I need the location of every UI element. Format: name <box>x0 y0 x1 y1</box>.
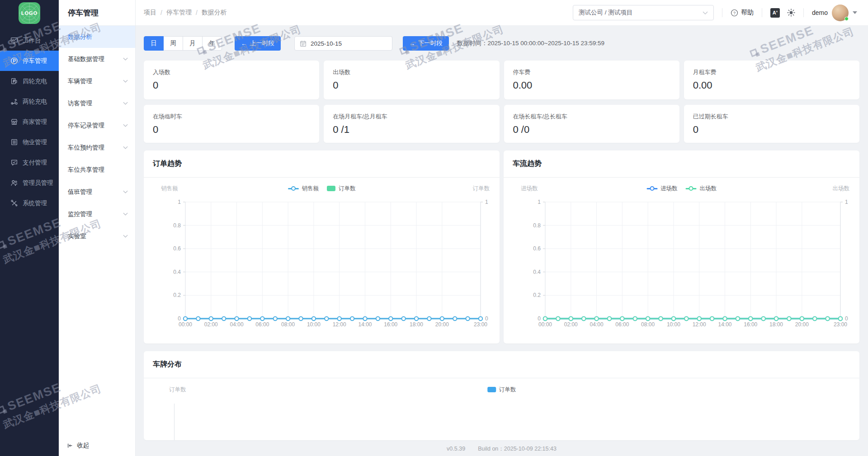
secondary-nav-item[interactable]: 基础数据管理 <box>59 48 135 70</box>
primary-nav-label: 系统管理 <box>23 199 47 207</box>
breadcrumb: 项目 / 停车管理 / 数据分析 <box>144 9 227 17</box>
header-divider <box>803 8 804 17</box>
secondary-nav-label: 监控管理 <box>68 210 92 218</box>
stat-value: 0.00 <box>513 80 670 91</box>
svg-text:1: 1 <box>178 199 181 205</box>
chevron-down-icon <box>123 57 128 61</box>
avatar <box>832 5 849 21</box>
svg-text:04:00: 04:00 <box>230 321 244 328</box>
calendar-icon <box>300 40 307 47</box>
period-segmented-control: 日周月年 <box>144 36 222 51</box>
primary-nav-item[interactable]: 商家管理 <box>0 112 59 132</box>
user-menu[interactable]: demo <box>812 5 857 21</box>
svg-text:20:00: 20:00 <box>795 321 809 328</box>
date-picker-input[interactable]: 2025-10-15 <box>294 36 392 51</box>
online-status-dot <box>844 17 849 21</box>
data-time-value: 2025-10-15 00:00:00~2025-10-15 23:59:59 <box>488 40 605 47</box>
svg-text:10:00: 10:00 <box>307 321 321 328</box>
svg-text:0.2: 0.2 <box>533 292 541 298</box>
secondary-nav-item[interactable]: 车位共享管理 <box>59 159 135 181</box>
next-period-button[interactable]: → 下一时段 <box>403 36 449 51</box>
legend-item[interactable]: 进场数 <box>646 185 678 193</box>
brightness-toggle[interactable] <box>787 9 795 17</box>
data-time-range: 数据时间：2025-10-15 00:00:00~2025-10-15 23:5… <box>457 39 604 47</box>
help-button[interactable]: ? 帮助 <box>731 9 754 17</box>
primary-nav-item[interactable]: 支付管理 <box>0 152 59 173</box>
stat-value: 0.00 <box>693 80 850 91</box>
stat-label: 月租车费 <box>693 68 850 76</box>
chevron-down-icon <box>123 212 128 216</box>
chart-title: 车牌分布 <box>144 351 859 378</box>
svg-text:0.6: 0.6 <box>533 245 541 252</box>
legend-line-marker-icon <box>288 188 299 189</box>
parking-icon <box>10 57 18 65</box>
svg-text:06:00: 06:00 <box>615 321 629 328</box>
prev-period-button[interactable]: ← 上一时段 <box>235 36 281 51</box>
period-option-月[interactable]: 月 <box>183 36 203 51</box>
breadcrumb-item-parking[interactable]: 停车管理 <box>166 9 192 17</box>
admin-users-icon <box>10 179 18 187</box>
svg-text:06:00: 06:00 <box>255 321 269 328</box>
project-select[interactable]: 测试公司 / 测试项目 <box>573 5 714 20</box>
svg-text:14:00: 14:00 <box>358 321 372 328</box>
secondary-nav-label: 实验室 <box>68 232 86 240</box>
data-time-label: 数据时间： <box>457 40 488 47</box>
secondary-nav-item[interactable]: 值班管理 <box>59 181 135 203</box>
collapse-sidebar-button[interactable]: 收起 <box>67 442 89 450</box>
legend-label: 销售额 <box>302 185 319 193</box>
header-divider <box>722 8 722 17</box>
primary-nav-label: 工作台 <box>23 37 41 45</box>
order-trend-card: 订单趋势 销售额 销售额订单数 订单数 10.80.60.40.201000:0… <box>144 150 500 343</box>
collapse-label: 收起 <box>77 442 89 450</box>
chevron-down-icon <box>123 190 128 193</box>
app-root: LOGO 工作台停车管理四轮充电两轮充电商家管理物业管理支付管理管理员管理系统管… <box>0 0 868 456</box>
primary-nav-item[interactable]: 四轮充电 <box>0 71 59 91</box>
payment-icon <box>10 159 18 166</box>
svg-text:12:00: 12:00 <box>693 321 706 328</box>
secondary-nav-item[interactable]: 实验室 <box>59 225 135 247</box>
chart-area: 进场数 进场数出场数 出场数 10.80.60.40.201000:0002:0… <box>504 178 859 343</box>
trend-chart-svg: 10.80.60.40.201000:0002:0004:0006:0008:0… <box>153 196 491 331</box>
svg-text:16:00: 16:00 <box>384 321 397 328</box>
text-size-icon[interactable]: Ax <box>770 8 780 18</box>
stat-card: 出场数0 <box>324 61 499 99</box>
svg-text:0: 0 <box>538 315 541 322</box>
primary-nav-item[interactable]: 工作台 <box>0 30 59 51</box>
primary-nav-item[interactable]: 停车管理 <box>0 51 59 71</box>
legend-label: 进场数 <box>660 185 678 193</box>
primary-sidebar: LOGO 工作台停车管理四轮充电两轮充电商家管理物业管理支付管理管理员管理系统管… <box>0 0 59 456</box>
period-option-日[interactable]: 日 <box>144 36 164 51</box>
svg-text:18:00: 18:00 <box>769 321 783 328</box>
legend-item[interactable]: 出场数 <box>686 185 717 193</box>
secondary-nav-item[interactable]: 数据分析 <box>59 26 135 48</box>
legend-item[interactable]: 销售额 <box>288 185 319 193</box>
chevron-down-icon <box>123 235 128 238</box>
question-circle-icon: ? <box>731 9 738 17</box>
period-option-周[interactable]: 周 <box>163 36 183 51</box>
primary-nav-item[interactable]: 物业管理 <box>0 132 59 152</box>
primary-nav-item[interactable]: 系统管理 <box>0 193 59 213</box>
chart-area: 销售额 销售额订单数 订单数 10.80.60.40.201000:0002:0… <box>144 178 500 343</box>
legend-label: 订单数 <box>339 185 356 193</box>
secondary-nav-item[interactable]: 车位预约管理 <box>59 136 135 159</box>
shop-icon <box>10 118 18 126</box>
legend-item[interactable]: 订单数 <box>487 386 516 394</box>
period-option-年[interactable]: 年 <box>202 36 222 51</box>
stat-label: 在场月租车/总月租车 <box>333 113 490 121</box>
app-logo[interactable]: LOGO <box>19 2 40 24</box>
legend-line-marker-icon <box>646 188 657 189</box>
breadcrumb-item-project[interactable]: 项目 <box>144 9 156 17</box>
secondary-nav-item[interactable]: 车辆管理 <box>59 70 135 92</box>
secondary-nav-item[interactable]: 访客管理 <box>59 92 135 114</box>
primary-nav-label: 两轮充电 <box>23 98 47 106</box>
legend-item[interactable]: 订单数 <box>327 185 356 193</box>
svg-text:1: 1 <box>538 199 541 205</box>
chevron-down-icon <box>703 11 708 14</box>
chart-title: 订单趋势 <box>144 150 500 178</box>
svg-text:23:00: 23:00 <box>474 321 487 328</box>
secondary-nav-item[interactable]: 停车记录管理 <box>59 114 135 136</box>
secondary-nav-item[interactable]: 监控管理 <box>59 203 135 225</box>
main-column: 项目 / 停车管理 / 数据分析 测试公司 / 测试项目 ? <box>136 0 868 456</box>
primary-nav-item[interactable]: 两轮充电 <box>0 91 59 112</box>
primary-nav-item[interactable]: 管理员管理 <box>0 173 59 193</box>
